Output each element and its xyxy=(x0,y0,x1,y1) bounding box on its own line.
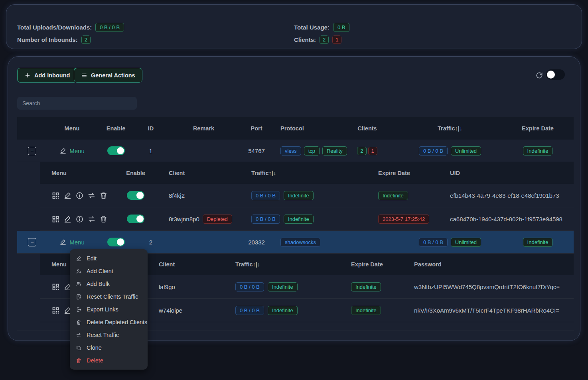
sub-header-traffic[interactable]: Traffic↑|↓ xyxy=(223,261,339,268)
stat-clients-depleted: 1 xyxy=(332,35,341,44)
inbound-port: 20332 xyxy=(241,239,272,246)
header-clients: Clients xyxy=(336,125,398,132)
menu-item-edit[interactable]: Edit xyxy=(70,252,148,265)
general-actions-button[interactable]: General Actions xyxy=(74,68,142,83)
file-sync-icon xyxy=(76,294,82,300)
user-add-icon xyxy=(76,268,82,274)
client-traffic: 0 B / 0 B Indefinite xyxy=(223,282,339,291)
client-password: w3NfbzUPf5WWd745Q8pvsmQrdrttT2IO6knuI7Di… xyxy=(407,284,574,290)
edit-pencil-icon[interactable] xyxy=(63,191,72,200)
menu-item-label: Add Bulk xyxy=(87,281,110,287)
stat-total-uploads-value: 0 B / 0 B xyxy=(95,23,124,32)
sub-header-traffic[interactable]: Traffic↑|↓ xyxy=(239,170,363,176)
header-traffic[interactable]: Traffic↑|↓ xyxy=(398,125,502,132)
auto-refresh-toggle[interactable] xyxy=(546,69,565,80)
qrcode-icon[interactable] xyxy=(51,306,60,315)
edit-pencil-icon xyxy=(59,238,67,246)
qrcode-icon[interactable] xyxy=(51,215,60,223)
sub-header-client: Client xyxy=(146,261,223,268)
search-input[interactable] xyxy=(17,97,137,110)
menu-item-add-client[interactable]: Add Client xyxy=(70,265,148,278)
inbound-row-1: − Menu 1 54767 vless tcp Reality 2 1 0 xyxy=(17,140,574,162)
menu-item-clone[interactable]: Clone xyxy=(70,341,148,354)
client-enable-toggle[interactable] xyxy=(127,191,144,200)
expire-badge: Indefinite xyxy=(351,306,381,315)
menu-item-label: Delete Depleted Clients xyxy=(87,319,147,325)
menu-item-reset-traffic[interactable]: Reset Traffic xyxy=(70,329,148,341)
inbound-traffic: 0 B / 0 B Unlimited xyxy=(398,146,502,156)
usergroup-add-icon xyxy=(76,281,82,287)
stat-clients-label: Clients: xyxy=(294,36,316,43)
client-expire: Indefinite xyxy=(339,306,407,315)
menu-item-label: Edit xyxy=(87,255,97,262)
stat-total-usage: Total Usage: 0 B xyxy=(294,23,349,32)
collapse-row-button[interactable]: − xyxy=(28,147,36,155)
client-actions xyxy=(40,215,116,223)
traffic-badge: 0 B / 0 B xyxy=(251,191,280,200)
menu-item-delete[interactable]: Delete xyxy=(70,354,148,367)
clients-subtable-1: Menu Enable Client Traffic↑|↓ Expire Dat… xyxy=(40,162,574,231)
general-actions-label: General Actions xyxy=(91,72,135,79)
edit-pencil-icon[interactable] xyxy=(63,215,72,223)
quota-badge: Unlimited xyxy=(451,146,481,156)
menu-item-delete-depleted-clients[interactable]: Delete Depleted Clients xyxy=(70,316,148,329)
enable-toggle[interactable] xyxy=(107,146,125,155)
edit-pencil-icon xyxy=(59,147,67,154)
quota-badge: Indefinite xyxy=(268,282,298,291)
add-inbound-button[interactable]: Add Inbound xyxy=(17,68,77,83)
delete-depleted-icon xyxy=(76,319,82,325)
info-icon[interactable] xyxy=(75,215,84,223)
client-enable-toggle[interactable] xyxy=(127,215,144,223)
inbound-menu-label: Menu xyxy=(69,148,85,154)
reset-traffic-icon[interactable] xyxy=(87,215,96,223)
menu-item-label: Reset Traffic xyxy=(87,332,119,338)
add-inbound-label: Add Inbound xyxy=(34,72,70,79)
refresh-icon[interactable] xyxy=(535,71,543,79)
inbound-protocols: vless tcp Reality xyxy=(272,146,336,156)
trash-icon[interactable] xyxy=(99,215,108,223)
enable-toggle[interactable] xyxy=(107,238,125,246)
sync-icon xyxy=(76,332,82,338)
qrcode-icon[interactable] xyxy=(51,191,60,200)
reset-traffic-icon[interactable] xyxy=(87,191,96,200)
menu-item-reset-clients-traffic[interactable]: Reset Clients Traffic xyxy=(70,290,148,303)
client-traffic: 0 B / 0 B Indefinite xyxy=(223,306,339,315)
inbound-menu-button[interactable]: Menu xyxy=(59,147,85,154)
subtable1-header-row: Menu Enable Client Traffic↑|↓ Expire Dat… xyxy=(40,162,574,184)
expire-badge: 2023-5-7 17:25:42 xyxy=(378,215,429,224)
depleted-badge: Depleted xyxy=(203,215,232,224)
client-name: w74ioipe xyxy=(146,307,223,314)
expire-badge: Indefinite xyxy=(523,238,553,247)
header-remark: Remark xyxy=(167,125,241,132)
traffic-badge: 0 B / 0 B xyxy=(251,215,280,224)
inbound-port: 54767 xyxy=(241,148,272,154)
inbound-id: 2 xyxy=(135,239,167,246)
inbound-expire: Indefinite xyxy=(502,146,574,156)
menu-item-export-links[interactable]: Export Links xyxy=(70,303,148,316)
traffic-badge: 0 B / 0 B xyxy=(235,306,264,315)
menu-bars-icon xyxy=(81,72,87,79)
trash-icon[interactable] xyxy=(99,191,108,200)
copy-icon xyxy=(76,345,82,351)
info-icon[interactable] xyxy=(75,191,84,200)
qrcode-icon[interactable] xyxy=(51,283,60,291)
client-row: 8t3wjnn8p0 Depleted 0 B / 0 B Indefinite… xyxy=(40,207,574,231)
clients-active-badge: 2 xyxy=(357,147,366,155)
edit-pencil-icon xyxy=(76,256,82,262)
plus-icon xyxy=(24,72,31,79)
menu-item-label: Add Client xyxy=(87,268,113,274)
client-row: 8f4kj2 0 B / 0 B Indefinite Indefinite e… xyxy=(40,184,574,207)
client-actions xyxy=(40,191,116,200)
client-uid: efb14b43-4a79-4e83-ef18-e48cf1901b73 xyxy=(443,192,574,199)
inbound-id: 1 xyxy=(135,148,167,154)
stat-number-inbounds: Number of Inbounds: 2 xyxy=(17,35,91,44)
inbound-clients: 2 1 xyxy=(336,147,398,155)
traffic-badge: 0 B / 0 B xyxy=(419,146,448,156)
export-icon xyxy=(76,307,82,313)
stat-number-inbounds-label: Number of Inbounds: xyxy=(17,36,78,43)
protocol-tag: tcp xyxy=(304,146,320,156)
collapse-row-button[interactable]: − xyxy=(28,238,36,246)
menu-item-add-bulk[interactable]: Add Bulk xyxy=(70,278,148,290)
inbound-menu-button[interactable]: Menu xyxy=(59,238,85,246)
client-expire: 2023-5-7 17:25:42 xyxy=(363,215,443,224)
